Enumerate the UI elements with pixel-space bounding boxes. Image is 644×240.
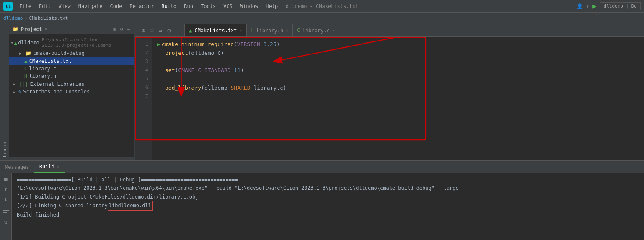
main-container: dlldemo › CMakeLists.txt Project 📁 Proje… — [0, 13, 644, 240]
tree-item-scratches[interactable]: ▶ ✎ Scratches and Consoles — [9, 88, 134, 95]
paren-2: (dlldemo C) — [188, 49, 224, 58]
svg-rect-9 — [3, 212, 7, 213]
minimize-btn[interactable]: — — [174, 27, 181, 34]
tab-library-c-close[interactable]: ✕ — [332, 28, 335, 33]
output-line-4: [2/2] Linking C shared library libdlldem… — [17, 201, 639, 210]
menu-build[interactable]: Build — [158, 3, 180, 10]
menu-navigate[interactable]: Navigate — [75, 3, 106, 10]
project-badge[interactable]: dlldemo | De — [600, 2, 641, 10]
tab-tools: ⊕ ≡ ⇌ ⚙ — — [137, 24, 185, 36]
breadcrumb-project[interactable]: dlldemo — [3, 15, 23, 21]
space-4 — [231, 66, 234, 75]
menu-code[interactable]: Code — [107, 3, 126, 10]
tree-item-library-c[interactable]: C library.c — [9, 65, 134, 72]
cmake-tab-icon: ▲ — [189, 28, 192, 34]
project-vertical-tab[interactable]: Project — [0, 24, 9, 160]
menu-file[interactable]: File — [16, 3, 35, 10]
cmake-func-6: add_library — [165, 84, 201, 93]
code-line-6: add_library(dlldemo SHARED library.c) — [157, 84, 639, 93]
stop-btn[interactable]: ■ — [4, 175, 7, 182]
code-line-4: set(CMAKE_C_STANDARD 11) — [157, 66, 639, 75]
bottom-panel: Messages Build ✕ ■ ↑ ↓ ⇅ — [0, 160, 644, 240]
menu-window[interactable]: Window — [237, 3, 261, 10]
sidebar-actions: ⊞ ⚙ — — [112, 26, 131, 32]
tree-label-cmake-build: cmake-build-debug — [33, 50, 85, 56]
panel-output: ==================[ Build | all | Debug … — [12, 173, 644, 240]
c-tab-icon: C — [297, 28, 300, 33]
tree-item-ext-libs[interactable]: ▶ ||| External Libraries — [9, 80, 134, 88]
cmake-func-4: set — [165, 66, 175, 75]
panel-tab-messages[interactable]: Messages — [0, 161, 34, 173]
split-btn[interactable]: ⇌ — [157, 27, 164, 34]
output-line-5: Build finished — [17, 211, 639, 219]
breadcrumb-file[interactable]: CMakeLists.txt — [29, 15, 68, 21]
tree-arrow-ext-libs: ▶ — [13, 82, 17, 86]
settings-btn[interactable]: ⚙ — [119, 26, 124, 32]
menu-refactor[interactable]: Refactor — [126, 3, 157, 10]
scroll-down-btn[interactable]: ↓ — [4, 196, 7, 202]
svg-text:CL: CL — [6, 4, 11, 9]
tree-arrow-cmake-build: ▶ — [19, 51, 23, 56]
sidebar-chevron[interactable]: ▾ — [45, 27, 47, 31]
tab-list-btn[interactable]: ≡ — [148, 27, 155, 34]
code-content[interactable]: ▶ cmake_minimum_required(VERSION 3.25) p… — [152, 37, 644, 160]
tab-cmakelists-close[interactable]: ✕ — [240, 28, 242, 33]
sidebar-title: Project — [21, 26, 42, 32]
tree-label-scratches: Scratches and Consoles — [23, 89, 90, 95]
menu-tools[interactable]: Tools — [197, 3, 219, 10]
tab-cmakelists[interactable]: ▲ CMakeLists.txt ✕ — [185, 24, 246, 36]
output-text-3: [1/2] Building C object CMakeFiles/dllde… — [17, 193, 198, 201]
scroll-up-btn[interactable]: ↑ — [4, 186, 7, 192]
sidebar-header: 📁 Project ▾ ⊞ ⚙ — — [9, 24, 134, 34]
line-numbers: 1 2 3 4 5 6 7 — [135, 37, 152, 160]
folder-open-icon: 📁 — [13, 26, 18, 32]
settings-tab-btn[interactable]: ⚙ — [166, 27, 172, 34]
cmake-root-icon: ▲ — [14, 40, 17, 46]
collapse-all-btn[interactable]: ⊞ — [112, 26, 117, 32]
scratch-icon: ✎ — [18, 89, 21, 95]
menu-vcs[interactable]: VCS — [220, 3, 236, 10]
h-file-icon-library: H — [24, 73, 27, 79]
version-kw: VERSION — [237, 40, 260, 49]
tab-library-c[interactable]: C library.c ✕ — [293, 24, 339, 36]
cmake-var: CMAKE_C_STANDARD — [178, 66, 230, 75]
tree-label-library-c: library.c — [29, 66, 56, 72]
line-num-2: 2 — [138, 49, 148, 58]
menu-edit[interactable]: Edit — [36, 3, 54, 10]
panel-tab-messages-label: Messages — [5, 164, 29, 170]
tab-bar: ⊕ ≡ ⇌ ⚙ — ▲ CMakeLists.txt ✕ H library.h… — [135, 24, 644, 37]
project-root-row[interactable]: ▼ ▲ dlldemo E:\devsoftware\CLion 2023.1.… — [9, 36, 134, 49]
sidebar-scrollbar[interactable] — [9, 157, 134, 160]
tab-library-h[interactable]: H library.h ✕ — [247, 24, 293, 36]
breadcrumb: dlldemo › CMakeLists.txt — [0, 13, 644, 24]
tree-item-cmake-build[interactable]: ▶ 📁 cmake-build-debug — [9, 49, 134, 57]
tree-item-cmakelists[interactable]: ▲ CMakeLists.txt — [9, 57, 134, 65]
output-text-4-prefix: [2/2] Linking C shared library — [17, 201, 108, 210]
profile-btn[interactable]: 👤 ▾ — [577, 3, 589, 9]
std-num: 11 — [234, 66, 241, 75]
panel-tab-build[interactable]: Build ✕ — [34, 161, 65, 173]
tree-label-library-h: library.h — [29, 73, 56, 79]
lib-arg: library.c) — [251, 84, 287, 93]
run-indicator-icon: ▶ — [592, 2, 597, 10]
menu-run[interactable]: Run — [181, 3, 197, 10]
menu-help[interactable]: Help — [262, 3, 281, 10]
menu-view[interactable]: View — [55, 3, 74, 10]
title-bar: CL File Edit View Navigate Code Refactor… — [0, 0, 644, 13]
add-file-btn[interactable]: ⊕ — [140, 27, 147, 34]
code-editor: 1 2 3 4 5 6 7 ▶ cmake_minimum_required(V… — [135, 37, 644, 160]
tree-item-library-h[interactable]: H library.h — [9, 72, 134, 80]
c-file-icon-library: C — [24, 66, 27, 72]
line-num-3: 3 — [138, 58, 148, 67]
tab-library-h-close[interactable]: ✕ — [286, 28, 288, 33]
filter-btn[interactable]: ⇅ — [4, 219, 7, 225]
panel-tab-build-close[interactable]: ✕ — [57, 164, 59, 169]
wrap-btn[interactable] — [3, 207, 9, 215]
run-gutter-icon[interactable]: ▶ — [157, 40, 160, 49]
title-right-controls: 👤 ▾ ▶ dlldemo | De — [577, 2, 641, 10]
content-area: Project 📁 Project ▾ ⊞ ⚙ — ▼ ▲ dlldemo — [0, 24, 644, 160]
close-sidebar-btn[interactable]: — — [126, 26, 131, 32]
tab-library-c-label: library.c — [303, 28, 330, 34]
ext-libs-icon: ||| — [18, 81, 28, 87]
breadcrumb-sep: › — [24, 15, 27, 21]
